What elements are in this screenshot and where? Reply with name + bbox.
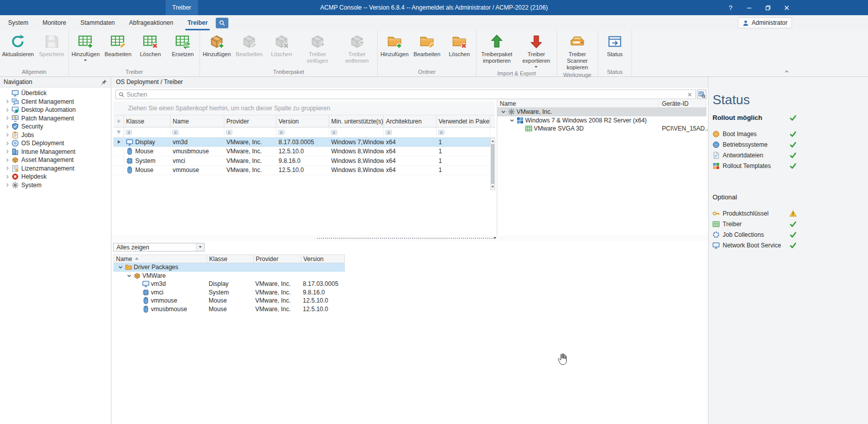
chevron-right-icon[interactable]	[5, 107, 10, 113]
ribbon-ordner-bearbeiten-button[interactable]: Bearbeiten	[411, 31, 443, 68]
sidebar-item-helpdesk[interactable]: Helpdesk	[0, 173, 111, 181]
titlebar-context-tab[interactable]: Treiber	[166, 0, 198, 15]
ribbon-ordner-hinzufügen-button[interactable]: Hinzufügen	[378, 31, 411, 68]
column-header-verwendet-in-paketen[interactable]: Verwendet in Paketen	[437, 115, 490, 127]
scroll-up-button[interactable]	[491, 138, 495, 144]
ribbon-treiber-hinzufügen-button[interactable]: Hinzufügen	[69, 31, 102, 68]
minimize-button[interactable]	[740, 0, 759, 15]
maximize-button[interactable]	[759, 0, 777, 15]
status-item-boot-images[interactable]: Boot Images	[713, 129, 797, 139]
tree-node-windows-7-windows-2008-r2-server-x64[interactable]: Windows 7 & Windows 2008 R2 Server (x64)	[497, 116, 706, 125]
scroll-thumb[interactable]	[491, 144, 494, 184]
ribbon-treiberpaket-hinzufügen-button[interactable]: Hinzufügen	[201, 31, 233, 68]
menu-search-button[interactable]	[216, 18, 228, 28]
sidebar-item-os-deployment[interactable]: OS Deployment	[0, 139, 111, 148]
column-search-button[interactable]	[697, 90, 706, 99]
user-badge[interactable]: Administrator	[738, 17, 792, 28]
select-all-cell[interactable]	[113, 115, 124, 127]
pkg-column-provider[interactable]: Provider	[254, 255, 301, 263]
status-item-network-boot-service[interactable]: Network Boot Service	[713, 240, 797, 250]
ribbon-import-export-treiber-exportieren-button[interactable]: Treiber exportieren	[517, 31, 556, 69]
tree-column-name[interactable]: Name	[497, 100, 659, 107]
driver-row-vmmouse[interactable]: MousevmmouseVMware, Inc.12.5.10.0Windows…	[113, 166, 495, 176]
pkg-column-version[interactable]: Version	[301, 255, 345, 263]
expander-icon[interactable]	[126, 273, 132, 279]
horizontal-splitter[interactable]	[112, 235, 708, 241]
dropdown-button[interactable]	[196, 243, 204, 251]
sidebar-item-asset-management[interactable]: Asset Management	[0, 156, 111, 164]
sidebar-item-überblick[interactable]: Überblick	[0, 89, 111, 98]
filter-cell-provider[interactable]	[224, 128, 277, 137]
column-header-architekturen[interactable]: Architekturen	[384, 115, 437, 127]
chevron-right-icon[interactable]	[5, 149, 10, 154]
package-filter-dropdown[interactable]: Alles zeigen	[113, 243, 205, 251]
sidebar-item-patch-management[interactable]: Patch Management	[0, 114, 111, 123]
chevron-right-icon[interactable]	[5, 132, 10, 138]
pin-icon[interactable]	[101, 79, 107, 86]
driver-row-vmusbmouse[interactable]: MousevmusbmouseVMware, Inc.12.5.10.0Wind…	[113, 147, 495, 157]
menu-tab-system[interactable]: System	[1, 15, 35, 30]
status-item-antwortdateien[interactable]: Antwortdateien	[713, 150, 797, 160]
tree-column-geraete-id[interactable]: Geräte-ID	[659, 100, 706, 107]
status-item-betriebssysteme[interactable]: Betriebssysteme	[713, 139, 797, 150]
pkg-column-name[interactable]: Name	[114, 255, 207, 263]
status-item-treiber[interactable]: Treiber	[713, 219, 797, 229]
menu-tab-treiber[interactable]: Treiber	[180, 15, 215, 30]
package-row-vmusbmouse[interactable]: vmusbmouseMouseVMware, Inc.12.5.10.0	[113, 305, 345, 314]
search-input[interactable]	[127, 91, 685, 98]
filter-cell-klasse[interactable]	[124, 128, 171, 137]
package-row-vmci[interactable]: vmciSystemVMware, Inc.9.8.16.0	[113, 288, 345, 297]
filter-cell-verwendet-in-paketen[interactable]	[437, 128, 490, 137]
chevron-right-icon[interactable]	[5, 141, 10, 146]
chevron-right-icon[interactable]	[5, 182, 10, 188]
expander-icon[interactable]	[509, 117, 515, 123]
column-header-version[interactable]: Version	[277, 115, 329, 127]
menu-tab-monitore[interactable]: Monitore	[35, 15, 73, 30]
ribbon-status-status-button[interactable]: Status	[599, 31, 631, 68]
package-row-driver-packages[interactable]: Driver Packages	[113, 263, 345, 272]
ribbon-treiber-löschen-button[interactable]: Löschen	[134, 31, 167, 68]
clear-search-icon[interactable]	[687, 92, 693, 98]
pkg-column-klasse[interactable]: Klasse	[207, 255, 254, 263]
filter-cell-name[interactable]	[171, 128, 224, 137]
filter-cell-architekturen[interactable]	[384, 128, 437, 137]
column-header-provider[interactable]: Provider	[224, 115, 277, 127]
splitter-collapse-icon[interactable]	[493, 236, 497, 240]
column-header-min-unterstützte-s[interactable]: Min. unterstützte(s)...	[329, 115, 384, 127]
column-header-name[interactable]: Name	[171, 115, 224, 127]
help-button[interactable]: ?	[721, 0, 740, 15]
tree-node-vmware-svga-3d[interactable]: VMware SVGA 3DPCI\VEN_15AD...	[497, 124, 706, 133]
status-item-job-collections[interactable]: Job Collections	[713, 229, 797, 240]
column-header-klasse[interactable]: Klasse	[124, 115, 171, 127]
sidebar-item-system[interactable]: System	[0, 181, 111, 190]
chevron-right-icon[interactable]	[5, 99, 10, 104]
status-item-rollout-templates[interactable]: Rollout Templates	[713, 160, 797, 171]
expander-icon[interactable]	[500, 109, 506, 115]
package-row-vmmouse[interactable]: vmmouseMouseVMware, Inc.12.5.10.0	[113, 296, 345, 305]
vertical-scrollbar[interactable]	[490, 138, 495, 190]
sidebar-item-security[interactable]: Security	[0, 122, 111, 131]
package-row-vm3d[interactable]: vm3dDisplayVMware, Inc.8.17.03.0005	[113, 280, 345, 288]
chevron-right-icon[interactable]	[5, 157, 10, 163]
menu-tab-stammdaten[interactable]: Stammdaten	[73, 15, 122, 30]
filter-cell-min-unterstützte-s[interactable]	[329, 128, 384, 137]
sidebar-item-intune-management[interactable]: Intune Management	[0, 148, 111, 156]
sidebar-item-client-management[interactable]: Client Management	[0, 98, 111, 106]
sidebar-item-desktop-automation[interactable]: Desktop Automation	[0, 106, 111, 114]
chevron-right-icon[interactable]	[5, 115, 10, 121]
ribbon-treiber-ersetzen-button[interactable]: Ersetzen	[167, 31, 199, 68]
driver-row-vmci[interactable]: SystemvmciVMware, Inc.9.8.16.0Windows 8,…	[113, 156, 495, 166]
sidebar-item-lizenzmanagement[interactable]: Lizenzmanagement	[0, 164, 111, 173]
close-button[interactable]	[777, 0, 796, 15]
chevron-right-icon[interactable]	[5, 174, 10, 180]
driver-row-vm3d[interactable]: Displayvm3dVMware, Inc.8.17.03.0005Windo…	[113, 138, 495, 147]
filter-cell-version[interactable]	[277, 128, 329, 137]
ribbon-collapse-button[interactable]	[782, 67, 791, 75]
tree-node-vmware-inc[interactable]: VMware, Inc.	[497, 108, 706, 116]
ribbon-import-export-treiberpaket-importieren-button[interactable]: Treiberpaket importieren	[477, 31, 517, 69]
ribbon-allgemein-aktualisieren-button[interactable]: Aktualisieren	[1, 31, 35, 68]
sidebar-item-jobs[interactable]: Jobs	[0, 131, 111, 140]
ribbon-treiber-bearbeiten-button[interactable]: Bearbeiten	[102, 31, 134, 68]
expander-icon[interactable]	[117, 264, 124, 270]
splitter-grip[interactable]	[317, 238, 494, 239]
